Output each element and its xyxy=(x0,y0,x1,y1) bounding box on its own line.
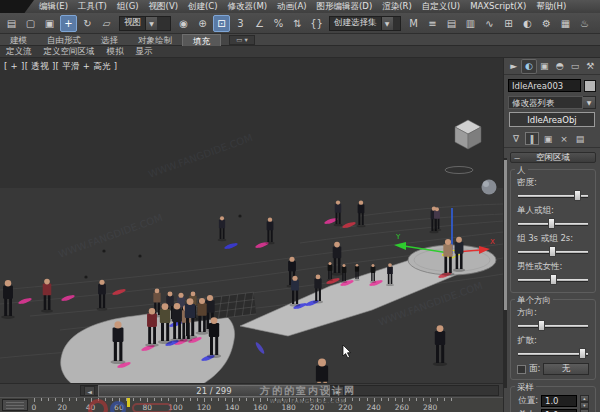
collapse-icon[interactable]: − xyxy=(511,153,523,163)
curve-editor-icon[interactable]: ∿ xyxy=(481,15,498,32)
motion-tab[interactable]: ◓ xyxy=(552,59,567,74)
menu-item-5[interactable]: 修改器(M) xyxy=(223,1,272,13)
ribbon-subtab-模拟[interactable]: 模拟 xyxy=(101,46,130,58)
chevron-down-icon[interactable]: ▼ xyxy=(583,96,596,109)
chevron-down-icon[interactable]: ▼ xyxy=(381,17,393,30)
modifier-stack-entry[interactable]: IdleAreaObj xyxy=(509,112,595,127)
camera-flyout-icon[interactable]: ▭ ▾ xyxy=(229,35,255,45)
reference-coordinate-dropdown[interactable]: 视图▼ xyxy=(119,16,171,31)
face-none-button[interactable]: 无 xyxy=(543,363,589,375)
scene-explorer-icon[interactable]: ▤ xyxy=(443,15,460,32)
rectangular-selection-region-icon[interactable]: ▢ xyxy=(22,15,39,32)
single-or-group-label: 单人或组: xyxy=(517,205,589,217)
rendered-frame-window-icon[interactable]: ▦ xyxy=(557,15,574,32)
panel-scrollbar[interactable] xyxy=(504,158,507,388)
menu-item-11[interactable]: 帮助(H) xyxy=(531,1,571,13)
ribbon-subtab-显示[interactable]: 显示 xyxy=(130,46,159,58)
ruler-tick xyxy=(197,398,198,401)
modifier-list-dropdown[interactable]: 修改器列表 ▼ xyxy=(508,96,596,109)
remove-modifier-icon[interactable]: × xyxy=(557,132,571,145)
select-and-manipulate-icon[interactable]: ⊕ xyxy=(194,15,211,32)
menu-item-8[interactable]: 渲染(R) xyxy=(377,1,417,13)
ribbon-tab-选择[interactable]: 选择 xyxy=(91,34,128,46)
ruler-tick xyxy=(282,398,283,401)
ruler-tick xyxy=(338,398,339,401)
select-by-name-icon[interactable]: ▤ xyxy=(3,15,20,32)
ribbon-subtab-定义空间区域[interactable]: 定义空间区域 xyxy=(38,46,101,58)
ruler-tick xyxy=(48,398,49,401)
menu-item-2[interactable]: 组(G) xyxy=(112,1,144,13)
keyboard-shortcut-override-icon[interactable]: ⊡ xyxy=(213,15,230,32)
configure-modifier-sets-icon[interactable]: ▤ xyxy=(573,132,587,145)
app-logo[interactable] xyxy=(0,0,34,13)
group-direction-legend: 单个方向 xyxy=(515,295,553,307)
mirror-icon[interactable]: M xyxy=(405,15,422,32)
ribbon-tab-对象绘制[interactable]: 对象绘制 xyxy=(128,34,182,46)
percent-snap-icon[interactable]: % xyxy=(270,15,287,32)
hierarchy-tab[interactable]: ▣ xyxy=(537,59,552,74)
object-name-field[interactable]: IdleArea003 xyxy=(508,79,581,92)
spinner-snap-icon[interactable]: ⇅ xyxy=(289,15,306,32)
select-and-move-icon[interactable]: + xyxy=(60,15,77,32)
group-people: 人 密度: 单人或组: 组 3s 或组 2s: 男性或女性: xyxy=(510,169,596,293)
ribbon-tab-填充[interactable]: 填充 xyxy=(182,34,221,46)
time-slider-button[interactable]: 21 / 299 xyxy=(98,385,330,397)
modify-tab[interactable]: ◐ xyxy=(521,59,536,74)
edit-named-selection-sets-icon[interactable]: {} xyxy=(308,15,325,32)
rollout-idle-area[interactable]: − 空闲区域 xyxy=(510,152,596,163)
3dsmax-window: 编辑(E)工具(T)组(G)视图(V)创建(C)修改器(M)动画(A)图形编辑器… xyxy=(0,0,600,412)
snaps-toggle-icon[interactable]: 3 xyxy=(232,15,249,32)
track-bar-ruler[interactable]: 020406080100120140160180200220240260280 xyxy=(0,397,503,412)
perspective-viewport[interactable]: [ + ][ 透视 ][ 平滑 + 高光 ] YXWWW.FANGDIDE.CO… xyxy=(0,58,503,383)
current-frame-marker[interactable] xyxy=(127,398,130,407)
face-checkbox[interactable] xyxy=(517,365,526,374)
show-end-result-icon[interactable]: ‖ xyxy=(525,132,539,145)
object-color-swatch[interactable] xyxy=(584,80,596,92)
pin-stack-icon[interactable]: ∇ xyxy=(509,132,523,145)
window-crossing-icon[interactable]: ▣ xyxy=(41,15,58,32)
select-and-scale-icon[interactable]: ▱ xyxy=(98,15,115,32)
time-slider-bar: ◄ 21 / 299 ► xyxy=(0,383,503,397)
group-sampling-legend: 采样 xyxy=(515,382,536,394)
schematic-view-icon[interactable]: ⊞ xyxy=(500,15,517,32)
layer-manager-icon[interactable]: ▥ xyxy=(462,15,479,32)
menu-item-9[interactable]: 自定义(U) xyxy=(417,1,465,13)
ribbon-tab-自由形式[interactable]: 自由形式 xyxy=(37,34,91,46)
spread-slider[interactable] xyxy=(518,348,588,360)
menu-item-0[interactable]: 编辑(E) xyxy=(34,1,73,13)
single-or-group-slider[interactable] xyxy=(518,218,588,230)
ribbon-tab-建模[interactable]: 建模 xyxy=(0,34,37,46)
align-icon[interactable]: ≡ xyxy=(424,15,441,32)
make-unique-icon[interactable]: ▣ xyxy=(541,132,555,145)
menu-item-4[interactable]: 创建(C) xyxy=(183,1,223,13)
display-tab[interactable]: ▭ xyxy=(567,59,582,74)
ribbon-subtab-定义流[interactable]: 定义流 xyxy=(0,46,38,58)
named-selection-set-dropdown[interactable]: 创建选择集▼ xyxy=(329,16,401,31)
position-spinner-arrows[interactable]: ▴▾ xyxy=(580,395,589,407)
menu-item-7[interactable]: 图形编辑器(D) xyxy=(312,1,378,13)
track-bar-mini-toggle[interactable] xyxy=(2,399,28,411)
create-tab[interactable]: ► xyxy=(506,59,521,74)
direction-slider[interactable] xyxy=(518,320,588,332)
use-pivot-point-center-icon[interactable]: ◉ xyxy=(175,15,192,32)
gender-slider[interactable] xyxy=(518,274,588,286)
select-and-rotate-icon[interactable]: ↻ xyxy=(79,15,96,32)
menu-item-10[interactable]: MAXScript(X) xyxy=(465,1,531,13)
next-frame-button[interactable]: ► xyxy=(333,386,344,396)
group-size-slider[interactable] xyxy=(518,246,588,258)
menu-item-1[interactable]: 工具(T) xyxy=(73,1,112,13)
menu-item-3[interactable]: 视图(V) xyxy=(144,1,183,13)
render-setup-icon[interactable]: ⚙ xyxy=(538,15,555,32)
menu-item-6[interactable]: 动画(A) xyxy=(272,1,311,13)
previous-frame-button[interactable]: ◄ xyxy=(84,386,95,396)
material-editor-icon[interactable]: ◐ xyxy=(519,15,536,32)
position-spinner[interactable]: 1.0 xyxy=(541,395,577,407)
group-single-direction: 单个方向 方向: 扩散: 面: 无 xyxy=(510,299,596,380)
viewport-label[interactable]: [ + ][ 透视 ][ 平滑 + 高光 ] xyxy=(4,61,117,73)
density-slider[interactable] xyxy=(518,190,588,202)
angle-snap-icon[interactable]: ∠ xyxy=(251,15,268,32)
render-production-icon[interactable]: ♨ xyxy=(576,15,593,32)
ruler-tick xyxy=(260,398,261,402)
utilities-tab[interactable]: ⚒ xyxy=(583,59,598,74)
chevron-down-icon[interactable]: ▼ xyxy=(145,17,157,30)
